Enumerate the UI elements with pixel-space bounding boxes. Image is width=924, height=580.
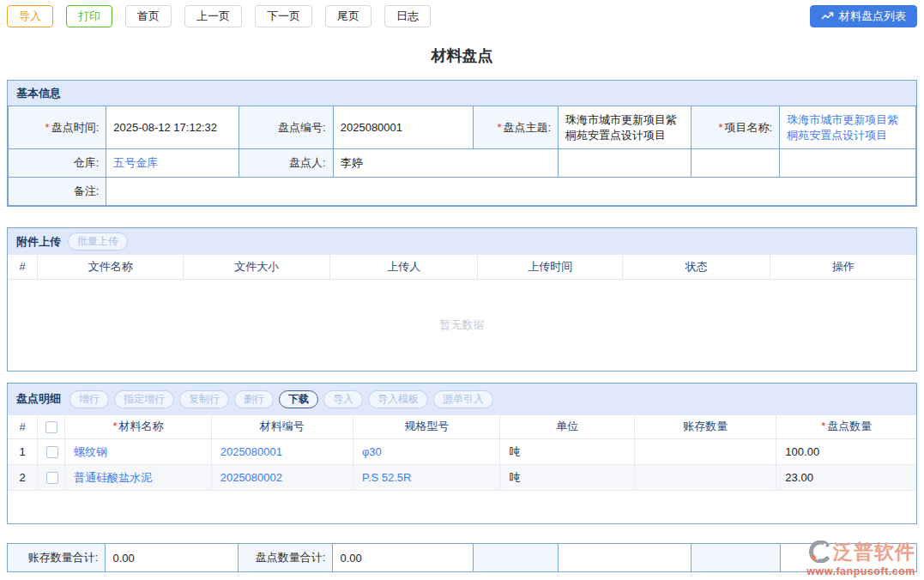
check-no-value[interactable]: 2025080001 bbox=[333, 106, 473, 149]
attachments-col-filesize: 文件大小 bbox=[183, 255, 330, 279]
add-row-button[interactable]: 增行 bbox=[69, 390, 109, 408]
remark-label: 备注: bbox=[9, 178, 106, 206]
material-spec-link[interactable]: P.S 52.5R bbox=[362, 471, 412, 484]
import-button[interactable]: 导入 bbox=[7, 5, 53, 27]
row-checkbox[interactable] bbox=[46, 446, 58, 458]
basic-info-table: *盘点时间: 2025-08-12 17:12:32 盘点编号: 2025080… bbox=[8, 106, 916, 206]
print-button[interactable]: 打印 bbox=[66, 5, 112, 27]
check-total-label: 盘点数量合计: bbox=[239, 544, 333, 572]
stock-total-value: 0.00 bbox=[106, 544, 239, 572]
stock-total-label: 账存数量合计: bbox=[8, 544, 106, 572]
warehouse-label: 仓库: bbox=[9, 149, 106, 178]
first-page-button[interactable]: 首页 bbox=[125, 5, 172, 27]
prev-page-button[interactable]: 上一页 bbox=[184, 5, 242, 27]
row-index: 2 bbox=[8, 465, 38, 491]
import-rows-button[interactable]: 导入 bbox=[323, 390, 363, 408]
detail-col-check-qty: *盘点数量 bbox=[776, 415, 916, 439]
material-check-list-button[interactable]: 材料盘点列表 bbox=[810, 5, 917, 27]
remark-value[interactable] bbox=[106, 178, 916, 206]
empty-cell bbox=[691, 149, 780, 178]
attachments-col-status: 状态 bbox=[623, 255, 770, 279]
material-check-list-label: 材料盘点列表 bbox=[839, 9, 906, 24]
attachments-col-uploadtime: 上传时间 bbox=[477, 255, 622, 279]
detail-col-spec: 规格型号 bbox=[353, 415, 500, 439]
attachments-col-filename: 文件名称 bbox=[38, 255, 183, 279]
next-page-button[interactable]: 下一页 bbox=[255, 5, 312, 27]
empty-cell bbox=[780, 544, 916, 572]
check-no-label: 盘点编号: bbox=[239, 106, 333, 149]
material-code-link[interactable]: 2025080002 bbox=[220, 471, 282, 484]
detail-col-code: 材料编号 bbox=[211, 415, 353, 439]
attachments-col-uploader: 上传人 bbox=[330, 255, 478, 279]
row-index: 1 bbox=[8, 439, 38, 465]
detail-col-unit: 单位 bbox=[500, 415, 635, 439]
detail-panel: 盘点明细 增行 指定增行 复制行 删行 下载 导入 导入模板 源单引入 # *材… bbox=[7, 383, 917, 525]
checker-label: 盘点人: bbox=[239, 149, 333, 178]
basic-info-title: 基本信息 bbox=[16, 86, 61, 101]
warehouse-link[interactable]: 五号金库 bbox=[113, 156, 158, 169]
material-name-link[interactable]: 螺纹钢 bbox=[74, 445, 107, 458]
top-toolbar: 导入 打印 首页 上一页 下一页 尾页 日志 材料盘点列表 bbox=[0, 0, 924, 33]
detail-table: # *材料名称 材料编号 规格型号 单位 账存数量 *盘点数量 1 螺纹钢 20… bbox=[8, 415, 916, 492]
attachments-empty-state: 暂无数据 bbox=[8, 280, 916, 371]
detail-empty-space bbox=[8, 491, 916, 523]
basic-info-panel: 基本信息 *盘点时间: 2025-08-12 17:12:32 盘点编号: 20… bbox=[7, 80, 917, 207]
material-unit: 吨 bbox=[500, 439, 635, 465]
check-qty[interactable]: 23.00 bbox=[776, 465, 916, 491]
row-checkbox[interactable] bbox=[46, 472, 58, 484]
detail-title: 盘点明细 bbox=[16, 391, 61, 407]
page-title: 材料盘点 bbox=[0, 45, 924, 66]
checker-value[interactable]: 李婷 bbox=[333, 149, 558, 178]
attachments-table: # 文件名称 文件大小 上传人 上传时间 状态 操作 bbox=[8, 255, 916, 280]
insert-row-button[interactable]: 指定增行 bbox=[114, 390, 174, 408]
source-import-button[interactable]: 源单引入 bbox=[433, 390, 493, 408]
empty-cell bbox=[780, 149, 916, 178]
subject-value[interactable]: 珠海市城市更新项目紫桐苑安置点设计项目 bbox=[559, 106, 691, 149]
detail-col-index: # bbox=[8, 415, 38, 439]
download-button[interactable]: 下载 bbox=[279, 390, 318, 408]
summary-bar: 账存数量合计: 0.00 盘点数量合计: 0.00 bbox=[7, 543, 917, 572]
material-unit: 吨 bbox=[500, 465, 635, 491]
attachments-col-index: # bbox=[8, 255, 38, 279]
import-template-button[interactable]: 导入模板 bbox=[368, 390, 428, 408]
table-row: 2 普通硅酸盐水泥 2025080002 P.S 52.5R 吨 23.00 bbox=[8, 465, 916, 491]
empty-cell bbox=[559, 544, 691, 572]
check-qty[interactable]: 100.00 bbox=[776, 439, 916, 465]
empty-cell bbox=[691, 544, 781, 572]
check-time-label: *盘点时间: bbox=[9, 106, 106, 149]
check-total-value: 0.00 bbox=[333, 544, 473, 572]
delete-row-button[interactable]: 删行 bbox=[234, 390, 274, 408]
project-label: *项目名称: bbox=[691, 106, 780, 149]
copy-row-button[interactable]: 复制行 bbox=[179, 390, 229, 408]
project-name-link[interactable]: 珠海市城市更新项目紫桐苑安置点设计项目 bbox=[787, 113, 898, 142]
stock-qty[interactable] bbox=[635, 465, 776, 491]
empty-cell bbox=[473, 544, 559, 572]
material-code-link[interactable]: 2025080001 bbox=[220, 445, 282, 458]
material-spec-link[interactable]: φ30 bbox=[362, 445, 382, 458]
detail-col-stock-qty: 账存数量 bbox=[635, 415, 776, 439]
log-button[interactable]: 日志 bbox=[384, 5, 431, 27]
attachments-col-actions: 操作 bbox=[770, 255, 916, 279]
check-time-value[interactable]: 2025-08-12 17:12:32 bbox=[106, 106, 239, 149]
material-name-link[interactable]: 普通硅酸盐水泥 bbox=[74, 471, 152, 484]
attachments-title: 附件上传 bbox=[16, 234, 61, 250]
subject-label: *盘点主题: bbox=[473, 106, 558, 149]
attachments-panel: 附件上传 批量上传 # 文件名称 文件大小 上传人 上传时间 状态 操作 暂无数… bbox=[7, 227, 917, 372]
empty-cell bbox=[559, 149, 691, 178]
stock-qty[interactable] bbox=[635, 439, 776, 465]
table-row: 1 螺纹钢 2025080001 φ30 吨 100.00 bbox=[8, 439, 916, 465]
trending-up-icon bbox=[821, 11, 834, 21]
select-all-checkbox[interactable] bbox=[45, 421, 57, 433]
batch-upload-button[interactable]: 批量上传 bbox=[68, 233, 128, 251]
detail-col-name: *材料名称 bbox=[65, 415, 211, 439]
last-page-button[interactable]: 尾页 bbox=[325, 5, 371, 27]
